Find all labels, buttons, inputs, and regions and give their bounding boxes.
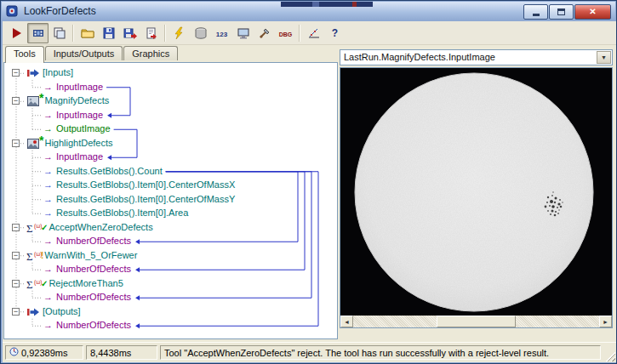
tree-label: NumberOfDefects <box>56 292 131 302</box>
tree-label: [Outputs] <box>43 306 81 316</box>
tree-terminal-inputimage[interactable]: →InputImage <box>4 80 337 94</box>
tree-terminal-inputimage[interactable]: →InputImage <box>4 108 337 122</box>
export-button[interactable] <box>140 23 162 43</box>
display-selector-value: LastRun.MagnifyDefects.InputImage <box>344 52 495 62</box>
job-window: LookForDefects 123DBG? ToolsInputs/Outpu… <box>0 0 617 364</box>
expand-toggle[interactable] <box>12 308 20 316</box>
tree-label: WarnWith_5_OrFewer <box>44 250 137 260</box>
tree-terminal-outputimage[interactable]: →OutputImage <box>4 122 337 136</box>
tree-label: AcceptWhenZeroDefects <box>49 222 152 232</box>
terminal-arrow-icon: → <box>43 80 55 94</box>
tree-terminal-results-getblobs-count[interactable]: →Results.GetBlobs().Count <box>4 164 337 179</box>
toolbar-separator <box>72 25 74 42</box>
tab-inputs-outputs[interactable]: Inputs/Outputs <box>45 46 123 60</box>
statusbar-message: Tool "AcceptWhenZeroDefects" reject. The… <box>164 348 549 358</box>
expand-toggle[interactable] <box>12 280 20 287</box>
tree-terminal-numberofdefects[interactable]: →NumberOfDefects <box>4 234 337 248</box>
save-button[interactable] <box>98 23 119 43</box>
terminal-arrow-icon: → <box>43 108 55 122</box>
inspection-image <box>340 68 612 316</box>
tree-label: Results.GetBlobs().Item[0].Area <box>56 208 188 218</box>
dropdown-arrow-button[interactable] <box>597 51 611 64</box>
tree-label: InputImage <box>56 110 103 120</box>
client-area: 123DBG? ToolsInputs/OutputsGraphics [Inp… <box>3 21 616 361</box>
new-view-button[interactable] <box>49 23 70 43</box>
database-icon <box>194 26 208 40</box>
tab-graphics[interactable]: Graphics <box>123 46 178 60</box>
tree-label: Results.GetBlobs().Item[0].CenterOfMassX <box>56 179 235 190</box>
scrollbar-track[interactable] <box>353 316 599 327</box>
save-as-button[interactable] <box>119 23 140 43</box>
page-arrow-icon <box>145 26 158 40</box>
play-icon <box>10 26 24 40</box>
debug-button[interactable]: DBG <box>275 23 296 43</box>
blob-tool-icon <box>26 137 40 151</box>
status-badge-check: ✓ <box>41 221 48 236</box>
status-badge-warn: ! <box>41 249 43 264</box>
statusbar-time-cell-1: 0,92389ms <box>5 345 83 360</box>
tree-label: Results.GetBlobs().Item[0].CenterOfMassY <box>56 194 235 204</box>
run-button[interactable] <box>6 23 27 43</box>
tree-tool-inputs[interactable]: [Inputs] <box>4 65 337 80</box>
tree-tool-acceptwhenzerodefects[interactable]: Σ(ω)✓AcceptWhenZeroDefects <box>4 220 337 235</box>
floppy-arrow-icon <box>123 26 137 40</box>
statusbar-time-cell-2: 8,4438ms <box>86 345 157 360</box>
maximize-button[interactable] <box>549 4 574 20</box>
status-badge-star: * <box>39 134 43 148</box>
tree-label: NumberOfDefects <box>56 320 131 330</box>
tool-options-button[interactable] <box>254 23 275 43</box>
expand-toggle[interactable] <box>12 69 20 77</box>
tree-terminal-numberofdefects[interactable]: →NumberOfDefects <box>4 290 337 304</box>
tree-tool-rejectmorethan5[interactable]: Σ(ω)✓RejectMoreThan5 <box>4 276 337 291</box>
open-button[interactable] <box>77 23 98 43</box>
image-display[interactable] <box>340 67 613 328</box>
tree-label: HighlightDefects <box>44 138 112 148</box>
terminal-arrow-icon: → <box>43 318 55 333</box>
tree-terminal-numberofdefects[interactable]: →NumberOfDefects <box>4 262 337 276</box>
expand-toggle[interactable] <box>12 97 20 105</box>
expand-toggle[interactable] <box>12 224 20 231</box>
terminal-arrow-icon: → <box>43 150 55 164</box>
numeric-results-button[interactable]: 123 <box>211 23 232 43</box>
help-button[interactable]: ? <box>324 23 346 43</box>
tree-label: InputImage <box>56 151 103 162</box>
timer-icon <box>9 347 19 358</box>
tree-label: RejectMoreThan5 <box>49 278 123 288</box>
reset-button[interactable] <box>169 23 190 43</box>
scrollbar-thumb[interactable] <box>437 316 515 327</box>
tree-terminal-results-getblobs-item-0-area[interactable]: →Results.GetBlobs().Item[0].Area <box>4 206 337 220</box>
scroll-right-button[interactable] <box>599 316 612 327</box>
tree-terminal-results-getblobs-item-0-centerofmassx[interactable]: →Results.GetBlobs().Item[0].CenterOfMass… <box>4 178 337 192</box>
sigma-icon: Σ(ω) <box>26 249 42 263</box>
sigma-icon: Σ(ω) <box>26 277 42 291</box>
expand-toggle[interactable] <box>12 139 20 147</box>
display-selector-combobox[interactable]: LastRun.MagnifyDefects.InputImage <box>340 49 613 65</box>
tree-terminal-numberofdefects[interactable]: →NumberOfDefects <box>4 318 337 333</box>
database-button[interactable] <box>190 23 211 43</box>
tool-tree[interactable]: [Inputs]→InputImage*MagnifyDefects→Input… <box>3 62 338 339</box>
tree-tool-highlightdefects[interactable]: *HighlightDefects <box>4 136 337 151</box>
titlebar[interactable]: LookForDefects <box>2 2 615 20</box>
statusbar-time-1: 0,92389ms <box>21 348 67 358</box>
tree-tool-outputs[interactable]: [Outputs] <box>4 304 337 319</box>
close-button[interactable] <box>574 4 611 20</box>
film-icon <box>31 26 45 40</box>
horizontal-scrollbar[interactable] <box>340 316 612 327</box>
expand-toggle[interactable] <box>12 252 20 259</box>
scroll-left-button[interactable] <box>340 316 353 327</box>
tab-tools[interactable]: Tools <box>5 46 44 63</box>
display-button[interactable] <box>232 23 254 43</box>
tree-terminal-inputimage[interactable]: →InputImage <box>4 150 337 164</box>
svg-text:Σ: Σ <box>26 277 33 290</box>
continuous-run-button[interactable] <box>27 23 49 43</box>
resize-grip[interactable] <box>604 350 615 361</box>
profiler-button[interactable] <box>303 23 324 43</box>
background-window-artifact <box>281 2 373 7</box>
tree-tool-warnwith-5-orfewer[interactable]: Σ(ω)!WarnWith_5_OrFewer <box>4 248 337 263</box>
minimize-button[interactable] <box>523 4 548 20</box>
status-badge-check: ✓ <box>41 277 48 292</box>
tree-tool-magnifydefects[interactable]: *MagnifyDefects <box>4 94 337 108</box>
tree-terminal-results-getblobs-item-0-centerofmassy[interactable]: →Results.GetBlobs().Item[0].CenterOfMass… <box>4 192 337 207</box>
floppy-icon <box>102 26 116 40</box>
terminal-arrow-icon: → <box>43 262 55 276</box>
